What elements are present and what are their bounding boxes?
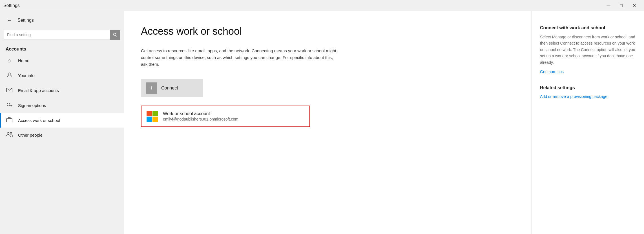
search-input[interactable]	[4, 30, 120, 40]
maximize-button[interactable]: □	[615, 1, 628, 10]
svg-rect-8	[6, 119, 12, 122]
microsoft-logo	[147, 111, 158, 122]
related-settings-title: Related settings	[540, 85, 636, 90]
ms-logo-green	[152, 111, 158, 116]
connect-button[interactable]: + Connect	[141, 79, 203, 97]
titlebar-controls: ─ □ ✕	[602, 1, 641, 10]
search-icon	[113, 33, 117, 37]
search-box-container	[4, 30, 120, 40]
person-icon	[6, 72, 13, 79]
key-icon	[6, 102, 13, 109]
close-button[interactable]: ✕	[628, 1, 641, 10]
sidebar-label-access-work: Access work or school	[18, 118, 60, 123]
people-icon	[6, 132, 13, 139]
sidebar-item-your-info[interactable]: Your info	[0, 68, 124, 83]
briefcase-icon	[6, 117, 13, 124]
sidebar-item-other-people[interactable]: Other people	[0, 128, 124, 143]
sidebar-label-sign-in: Sign-in options	[18, 103, 46, 108]
sidebar-item-sign-in[interactable]: Sign-in options	[0, 98, 124, 113]
svg-line-1	[116, 36, 117, 37]
page-title: Access work or school	[141, 25, 514, 37]
sidebar-item-email-accounts[interactable]: Email & app accounts	[0, 83, 124, 98]
sidebar-label-email-accounts: Email & app accounts	[18, 88, 59, 93]
ms-logo-yellow	[152, 117, 158, 122]
titlebar-title: Settings	[3, 3, 20, 8]
app-title: Settings	[17, 18, 34, 23]
svg-point-0	[114, 33, 116, 36]
ms-logo-red	[147, 111, 152, 116]
svg-point-2	[8, 73, 10, 75]
svg-point-11	[10, 132, 12, 134]
add-remove-provisioning-link[interactable]: Add or remove a provisioning package	[540, 94, 607, 99]
sidebar: ← Settings Accounts ⌂ Home	[0, 11, 124, 234]
app-body: ← Settings Accounts ⌂ Home	[0, 11, 644, 234]
get-more-tips-link[interactable]: Get more tips	[540, 69, 636, 74]
connect-section-title: Connect with work and school	[540, 25, 636, 30]
account-card[interactable]: Work or school account emilyf@nodpublish…	[141, 106, 310, 127]
sidebar-header: ← Settings	[0, 11, 124, 28]
sidebar-section-accounts: Accounts	[0, 44, 124, 53]
ms-logo-blue	[147, 117, 152, 122]
titlebar: Settings ─ □ ✕	[0, 0, 644, 11]
connect-button-label: Connect	[161, 86, 178, 91]
sidebar-label-other-people: Other people	[18, 133, 43, 137]
svg-point-10	[7, 133, 9, 135]
sidebar-label-home: Home	[18, 58, 29, 63]
minimize-button[interactable]: ─	[602, 1, 615, 10]
svg-point-4	[7, 103, 10, 106]
back-button[interactable]: ←	[6, 16, 14, 25]
connect-section-text: Select Manage or disconnect from work or…	[540, 34, 636, 65]
right-panel: Connect with work and school Select Mana…	[531, 11, 644, 234]
search-button[interactable]	[110, 30, 120, 40]
home-icon: ⌂	[6, 57, 13, 64]
account-email: emilyf@nodpublishers001.onmicrosoft.com	[163, 117, 238, 121]
sidebar-label-your-info: Your info	[18, 73, 35, 78]
titlebar-left: Settings	[3, 3, 20, 8]
sidebar-item-home[interactable]: ⌂ Home	[0, 53, 124, 68]
account-info: Work or school account emilyf@nodpublish…	[163, 111, 238, 121]
page-description: Get access to resources like email, apps…	[141, 47, 338, 68]
email-icon	[6, 87, 13, 94]
content-area: Access work or school Get access to reso…	[124, 11, 531, 234]
sidebar-item-access-work[interactable]: Access work or school	[0, 113, 124, 128]
account-name: Work or school account	[163, 111, 238, 116]
plus-icon: +	[146, 82, 157, 94]
